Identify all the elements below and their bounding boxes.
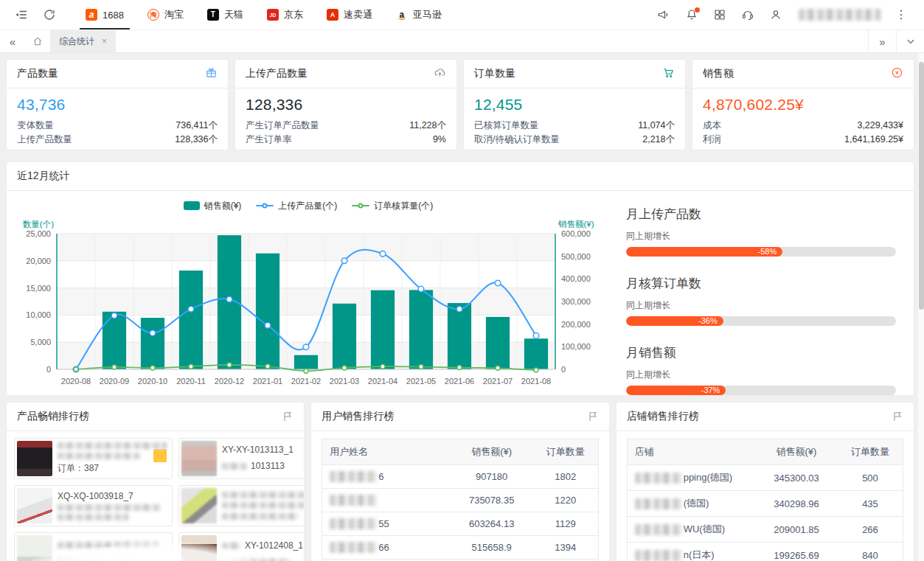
stat-card-1: 上传产品数量128,336产生订单产品数量11,228个产生订单率9% <box>235 59 457 150</box>
product-text-line: XQ-XQ-1003918_7 <box>58 491 167 501</box>
home-icon[interactable] <box>25 30 50 52</box>
growth-stats: 月上传产品数同上期增长-58%月核算订单数同上期增长-36%月销售额同上期增长-… <box>607 195 903 396</box>
platform-tab-aliexpress[interactable]: A速卖通 <box>315 0 384 29</box>
sales-cell: 199265.69 <box>755 543 838 561</box>
combo-chart: 销售额(¥)上传产品量(个)订单核算量(个) 25,00020,00015,00… <box>10 195 607 396</box>
cart-icon <box>662 66 675 81</box>
top-toolbar: a1688淘淘宝T天猫JD京东A速卖通a亚马逊 <box>0 0 924 30</box>
platform-tab-taobao[interactable]: 淘淘宝 <box>136 0 195 29</box>
stat-cards-row: 产品数量43,736变体数量736,411个上传产品数量128,336个上传产品… <box>6 59 914 150</box>
user-icon[interactable] <box>763 0 788 29</box>
refresh-icon[interactable] <box>35 0 63 29</box>
scroll-tabs-left-icon[interactable]: « <box>0 30 25 52</box>
product-card-2[interactable]: XQ-XQ-1003918_7 <box>14 485 173 526</box>
sales-cell: 345300.03 <box>755 465 838 490</box>
close-tab-icon[interactable]: × <box>102 36 107 46</box>
growth-progress-fill: -36% <box>626 316 723 326</box>
legend-marker <box>184 201 200 210</box>
redacted-name <box>330 495 377 506</box>
col-orders: 订单数量 <box>838 439 903 464</box>
redacted-text <box>58 558 145 561</box>
stat-card-row: 取消/待确认订单数量2,218个 <box>474 133 675 147</box>
product-text-line <box>58 504 167 511</box>
svg-text:0: 0 <box>561 365 566 374</box>
count-badge <box>153 449 167 462</box>
product-text-line: 订单：387 <box>58 462 167 475</box>
cloud-upload-icon <box>434 66 446 81</box>
svg-text:2021-02: 2021-02 <box>291 377 321 386</box>
product-card-3[interactable] <box>178 485 305 526</box>
legend-item[interactable]: 销售额(¥) <box>184 200 242 212</box>
table-header: 用户姓名 销售额(¥) 订单数量 <box>322 439 597 465</box>
legend-marker <box>352 205 369 206</box>
monthly-stats-header: 近12月统计 <box>7 162 914 191</box>
stat-card-title: 订单数量 <box>474 67 515 80</box>
platform-tab-1688[interactable]: a1688 <box>74 0 136 29</box>
legend-item[interactable]: 订单核算量(个) <box>352 200 433 212</box>
legend-item[interactable]: 上传产品量(个) <box>256 200 337 212</box>
product-image-placeholder <box>17 488 52 523</box>
svg-text:2021-06: 2021-06 <box>445 377 474 386</box>
table-row: 735078.351220 <box>322 489 597 512</box>
product-text-line: XY-XY-1013113_1 <box>222 445 305 455</box>
legend-marker <box>256 205 274 206</box>
erp-dashboard: a1688淘淘宝T天猫JD京东A速卖通a亚马逊 <box>0 0 924 561</box>
product-text-line <box>222 492 305 498</box>
user-sales-ranking-panel: 用户销售排行榜 用户姓名 销售额(¥) 订单数量 690718018027350… <box>310 402 609 561</box>
redacted-text <box>58 453 140 459</box>
product-text-line <box>58 542 167 548</box>
product-card-0[interactable]: 订单：387 <box>14 438 173 479</box>
product-image-placeholder <box>17 535 52 561</box>
scroll-tabs-right-icon[interactable]: » <box>868 30 896 52</box>
svg-text:5,000: 5,000 <box>30 338 51 346</box>
product-text-line <box>222 513 305 520</box>
svg-text:2021-04: 2021-04 <box>368 377 397 386</box>
platform-tabs: a1688淘淘宝T天猫JD京东A速卖通a亚马逊 <box>74 0 454 29</box>
platform-tab-jd[interactable]: JD京东 <box>255 0 315 29</box>
username-redacted[interactable] <box>799 9 881 21</box>
redacted-text <box>58 442 167 449</box>
redacted-text <box>58 514 128 520</box>
growth-group-1: 月核算订单数同上期增长-36% <box>626 275 896 326</box>
svg-text:10,000: 10,000 <box>26 310 51 319</box>
apps-grid-icon[interactable] <box>707 0 732 29</box>
svg-text:300,000: 300,000 <box>561 297 591 306</box>
stat-card-value: 12,455 <box>474 96 675 114</box>
bell-icon[interactable] <box>679 0 704 29</box>
product-image-placeholder <box>181 535 217 561</box>
orders-cell: 435 <box>838 491 903 516</box>
platform-tab-amazon[interactable]: a亚马逊 <box>384 0 454 29</box>
tab-summary-stats[interactable]: 综合统计 × <box>50 30 116 52</box>
stat-card-title: 产品数量 <box>17 67 58 80</box>
flag-icon <box>892 411 903 422</box>
platform-tab-tmall[interactable]: T天猫 <box>195 0 255 29</box>
table-row: WU(德国)209001.85266 <box>628 517 903 543</box>
product-card-5[interactable]: XY-1012408_1 <box>178 532 305 561</box>
sales-cell: 340298.96 <box>755 491 838 516</box>
svg-text:¥: ¥ <box>895 69 899 76</box>
kebab-menu-icon[interactable] <box>889 0 914 29</box>
panel-title: 店铺销售排行榜 <box>627 410 699 423</box>
scrollbar-thumb[interactable] <box>919 62 924 310</box>
sales-cell: 515658.9 <box>451 536 533 559</box>
collapse-sidebar-icon[interactable] <box>7 0 35 29</box>
svg-text:100,000: 100,000 <box>561 342 591 351</box>
ranking-row: 产品畅销排行榜 订单：387XY-XY-1013113_110131132XQ-… <box>6 402 914 561</box>
product-card-4[interactable] <box>14 532 173 561</box>
shop-sales-table: 店铺 销售额(¥) 订单数量 pping(德国)345300.03500(德国)… <box>627 439 903 561</box>
col-user-name: 用户姓名 <box>322 439 450 464</box>
dashboard-content: 产品数量43,736变体数量736,411个上传产品数量128,336个上传产品… <box>0 53 924 561</box>
redacted-name <box>330 518 377 529</box>
redacted-name <box>330 542 377 553</box>
tab-list-dropdown-icon[interactable] <box>896 30 924 52</box>
redacted-text <box>222 502 305 509</box>
announcement-icon[interactable] <box>651 0 676 29</box>
product-text-line <box>222 502 305 509</box>
product-text-line: XY-1012408_1 <box>222 540 305 551</box>
stat-card-row: 利润1,641,169.25¥ <box>703 133 903 147</box>
support-icon[interactable] <box>735 0 760 29</box>
panel-title: 产品畅销排行榜 <box>17 410 89 423</box>
product-card-1[interactable]: XY-XY-1013113_110131132 <box>178 438 305 479</box>
col-orders: 订单数量 <box>533 439 598 464</box>
orders-cell: 1129 <box>533 512 598 535</box>
